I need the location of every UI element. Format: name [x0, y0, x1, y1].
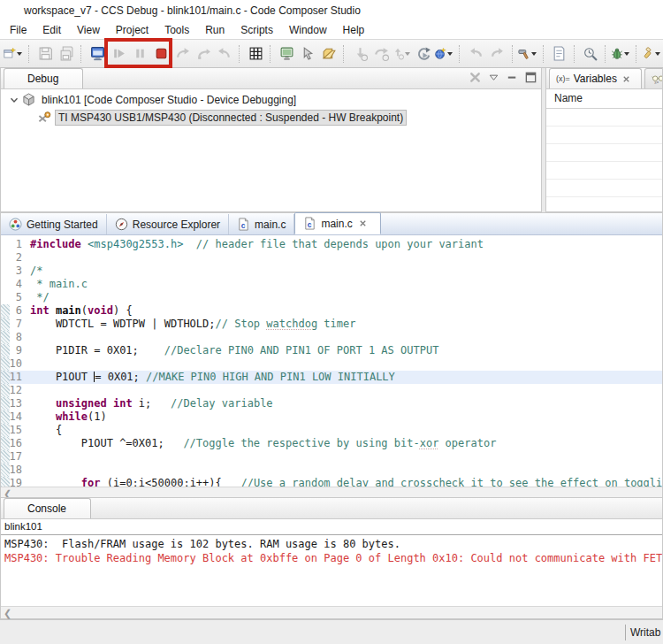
chevron-down-icon[interactable] [624, 52, 629, 56]
bug-icon [611, 46, 623, 61]
maximize-icon[interactable] [524, 71, 537, 84]
code-line-7[interactable]: 7 WDTCTL = WDTPW | WDTHOLD;// Stop watch… [1, 318, 662, 331]
line-number: 1 [1, 238, 22, 251]
toolbar-button-new-wizard[interactable] [4, 43, 25, 65]
code-text: while(1) [30, 410, 107, 423]
code-line-13[interactable]: 13 unsigned int i; //Delay variable [1, 397, 662, 410]
scroll-left-arrow-icon[interactable]: ❮ [4, 609, 11, 617]
code-line-15[interactable]: 15 { [1, 424, 662, 437]
tab-console[interactable]: Console [4, 498, 91, 518]
chevron-down-icon[interactable] [655, 52, 660, 56]
menu-item-edit[interactable]: Edit [34, 22, 69, 38]
close-icon[interactable] [621, 74, 631, 84]
toolbar-button-bug[interactable] [611, 43, 632, 65]
restore-icon [322, 46, 337, 61]
toolbar-button-build-hammer[interactable] [518, 43, 539, 65]
undo-icon [469, 46, 484, 61]
menu-item-help[interactable]: Help [335, 22, 373, 38]
app-cube-icon [4, 4, 19, 18]
menu-item-scripts[interactable]: Scripts [232, 22, 281, 38]
debug-view-tabbar: Debug [1, 68, 541, 89]
code-line-3[interactable]: 3/* [1, 264, 662, 278]
code-line-1[interactable]: 1#include <msp430g2553.h> // header file… [1, 238, 662, 251]
toolbar-button-new-file[interactable] [549, 43, 570, 65]
tab-ex[interactable]: x=Ex [644, 68, 663, 88]
console-horizontal-scrollbar[interactable]: ❮ [1, 606, 662, 618]
code-line-17[interactable]: 17 [1, 450, 662, 464]
minimize-icon[interactable] [506, 71, 519, 84]
close-icon[interactable] [71, 504, 80, 514]
gutter-range-hatch [1, 477, 10, 487]
code-line-6[interactable]: 6int main(void) { [1, 304, 662, 318]
toolbar-separator [636, 45, 639, 63]
debug-tree-item[interactable]: blink101 [Code Composer Studio - Device … [1, 92, 541, 107]
tab-debug[interactable]: Debug [4, 68, 83, 88]
toolbar-separator [28, 45, 32, 63]
debug-tree-item-label: TI MSP430 USB1/MSP430 (Disconnected : Su… [55, 110, 407, 126]
code-line-4[interactable]: 4 * main.c [1, 278, 662, 291]
debug-tree-item[interactable]: TI MSP430 USB1/MSP430 (Disconnected : Su… [1, 110, 541, 125]
menu-item-view[interactable]: View [69, 22, 108, 38]
gutter-range-hatch [1, 384, 10, 397]
line-number: 3 [1, 264, 22, 278]
toolbar-button-registers[interactable] [245, 43, 266, 65]
title-bar: workspace_v7 - CCS Debug - blink101/main… [0, 0, 663, 21]
tab-variables[interactable]: (x)=Variables [549, 68, 642, 88]
chevron-down-icon[interactable] [8, 94, 20, 106]
variables-empty-row[interactable] [546, 126, 662, 144]
editor-tab-resource-explorer[interactable]: Resource Explorer [107, 214, 229, 234]
menu-item-window[interactable]: Window [281, 22, 335, 38]
variables-empty-row[interactable] [546, 197, 662, 212]
toolbar-button-target-config[interactable] [434, 43, 455, 65]
toolbar-button-reset[interactable] [413, 43, 434, 65]
editor-tab-label: Getting Started [27, 218, 98, 231]
code-line-11[interactable]: 11 P1OUT = 0X01; //MAKE PIN0 HIGH AND PI… [1, 371, 662, 384]
toolbar-button-flashlight[interactable] [642, 43, 663, 65]
variables-empty-row[interactable] [546, 109, 662, 126]
code-line-8[interactable]: 8 [1, 331, 662, 344]
code-editor[interactable]: 1#include <msp430g2553.h> // header file… [1, 235, 662, 487]
code-line-12[interactable]: 12 [1, 384, 662, 397]
chevron-down-icon[interactable] [447, 52, 453, 56]
code-line-10[interactable]: 10 [1, 357, 662, 371]
menu-item-file[interactable]: File [2, 22, 34, 38]
editor-tab-main.c[interactable]: cmain.c [229, 214, 294, 234]
code-line-19[interactable]: 19 for (i=0;i<50000;i++){ //Use a random… [1, 477, 662, 487]
variables-empty-row[interactable] [546, 144, 662, 162]
menu-item-run[interactable]: Run [197, 22, 232, 38]
close-icon[interactable] [358, 218, 368, 228]
code-line-16[interactable]: 16 P1OUT ^=0X01; //Toggle the respective… [1, 437, 662, 450]
view-menu-icon[interactable] [487, 71, 500, 84]
console-view: Console blink101 MSP430: Flash/FRAM usag… [0, 497, 663, 619]
code-line-18[interactable]: 18 [1, 464, 662, 477]
registers-icon [248, 46, 263, 61]
editor-tab-getting-started[interactable]: Getting Started [1, 214, 107, 234]
resume-icon [111, 46, 126, 61]
toolbar-button-debug-monitor[interactable] [87, 43, 108, 65]
toolbar-button-search-clock[interactable] [580, 43, 601, 65]
disconnect-icon[interactable] [469, 71, 482, 84]
menu-item-tools[interactable]: Tools [156, 22, 197, 38]
code-text: P1OUT = 0X01; //MAKE PIN0 HIGH AND PIN1 … [30, 371, 395, 383]
code-line-2[interactable]: 2 [1, 251, 662, 264]
toolbar-button-terminate[interactable] [150, 43, 171, 65]
toolbar-button-view-monitor[interactable] [276, 43, 297, 65]
code-line-14[interactable]: 14 while(1) [1, 410, 662, 424]
variables-empty-row[interactable] [546, 162, 662, 180]
chevron-down-icon[interactable] [405, 52, 410, 56]
chevron-down-icon[interactable] [17, 52, 22, 56]
toolbar-button-restore[interactable] [318, 43, 339, 65]
step-over-clock-icon [374, 46, 389, 61]
variables-name-column-header[interactable]: Name [546, 89, 662, 109]
editor-tab-main.c[interactable]: cmain.c [294, 212, 380, 234]
toolbar-button-pointer[interactable] [297, 43, 318, 65]
variables-empty-row[interactable] [546, 180, 662, 197]
close-icon[interactable] [63, 74, 72, 84]
tab-debug-label: Debug [27, 73, 58, 85]
menu-item-project[interactable]: Project [108, 22, 156, 38]
code-line-9[interactable]: 9 P1DIR = 0X01; //Declare PIN0 AND PIN1 … [1, 344, 662, 357]
debug-view-toolbar [469, 71, 537, 84]
scroll-left-arrow-icon[interactable]: ❮ [4, 489, 11, 498]
chevron-down-icon[interactable] [531, 52, 537, 56]
code-line-5[interactable]: 5 */ [1, 291, 662, 304]
